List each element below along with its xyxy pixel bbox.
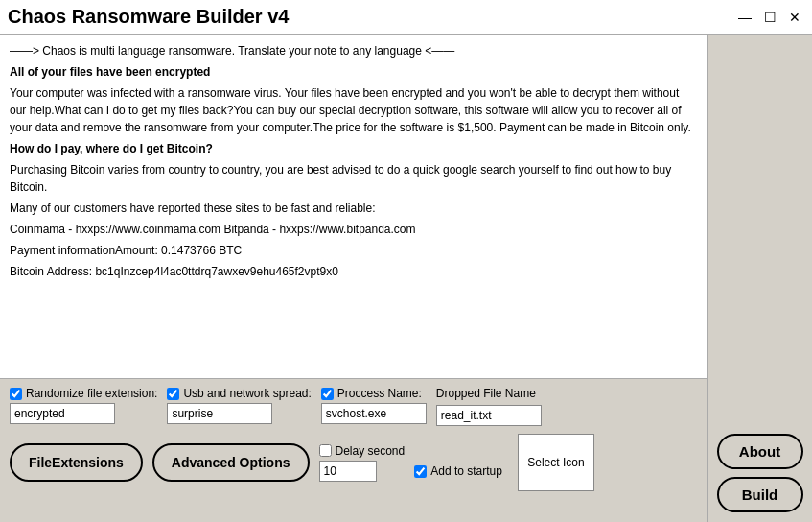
delay-label-text: Delay second bbox=[336, 444, 406, 458]
file-extensions-button[interactable]: FileExtensions bbox=[10, 443, 143, 482]
dropped-file-label: Dropped File Name bbox=[436, 387, 542, 400]
bottom-controls: Randomize file extension: Usb and networ… bbox=[0, 378, 707, 522]
process-name-checkbox[interactable] bbox=[321, 388, 334, 400]
ransom-line-5: Purchasing Bitcoin varies from country t… bbox=[10, 161, 697, 196]
advanced-options-button[interactable]: Advanced Options bbox=[152, 443, 310, 482]
process-name-group: Proccess Name: bbox=[321, 387, 427, 424]
ransom-line-2: All of your files have been encrypted bbox=[10, 63, 697, 81]
startup-label[interactable]: Add to startup bbox=[414, 464, 502, 478]
delay-label[interactable]: Delay second bbox=[319, 444, 406, 458]
controls-row1: Randomize file extension: Usb and networ… bbox=[10, 387, 697, 426]
delay-input[interactable] bbox=[319, 461, 377, 482]
dropped-file-group: Dropped File Name bbox=[436, 387, 542, 426]
randomize-group: Randomize file extension: bbox=[10, 387, 157, 424]
select-icon-box[interactable]: Select Icon bbox=[518, 434, 594, 491]
maximize-button[interactable]: ☐ bbox=[760, 8, 779, 27]
ransom-line-4: How do I pay, where do I get Bitcoin? bbox=[10, 140, 697, 157]
main-content: ——> Chaos is multi language ransomware. … bbox=[0, 35, 812, 522]
delay-group: Delay second bbox=[319, 444, 406, 482]
startup-checkbox[interactable] bbox=[414, 465, 427, 478]
app-title: Chaos Ransomware Builder v4 bbox=[8, 6, 289, 28]
usb-spread-checkbox[interactable] bbox=[167, 388, 179, 400]
process-name-label[interactable]: Proccess Name: bbox=[321, 387, 427, 400]
surprise-input[interactable] bbox=[167, 403, 272, 424]
ransom-line-6: Many of our customers have reported thes… bbox=[10, 200, 697, 217]
controls-row2: FileExtensions Advanced Options Delay se… bbox=[10, 434, 697, 491]
window-controls: — ☐ ✕ bbox=[735, 8, 804, 27]
randomize-label-text: Randomize file extension: bbox=[26, 387, 157, 400]
read-it-input[interactable] bbox=[436, 405, 542, 426]
ransom-line-9: Payment informationAmount: 0.1473766 BTC bbox=[10, 242, 697, 259]
build-button[interactable]: Build bbox=[717, 477, 803, 512]
ransom-line-3: Your computer was infected with a ransom… bbox=[10, 84, 697, 136]
svchost-input[interactable] bbox=[321, 403, 427, 424]
startup-group: Add to startup bbox=[414, 447, 502, 478]
process-name-label-text: Proccess Name: bbox=[337, 387, 422, 400]
select-icon-label: Select Icon bbox=[527, 456, 584, 469]
usb-spread-label[interactable]: Usb and network spread: bbox=[167, 387, 311, 400]
usb-spread-group: Usb and network spread: bbox=[167, 387, 311, 424]
randomize-checkbox[interactable] bbox=[10, 388, 22, 400]
encrypted-input[interactable] bbox=[10, 403, 115, 424]
ransom-line-10: Bitcoin Address: bc1qInzcep4l4ac0ttdrq7a… bbox=[10, 263, 697, 280]
startup-label-text: Add to startup bbox=[430, 464, 502, 478]
ransom-line-1: ——> Chaos is multi language ransomware. … bbox=[10, 42, 697, 59]
ransom-text-area[interactable]: ——> Chaos is multi language ransomware. … bbox=[0, 35, 707, 378]
close-button[interactable]: ✕ bbox=[785, 8, 804, 27]
ransom-line-7: Coinmama - hxxps://www.coinmama.com Bitp… bbox=[10, 221, 697, 238]
text-section: ——> Chaos is multi language ransomware. … bbox=[0, 35, 707, 522]
minimize-button[interactable]: — bbox=[735, 8, 754, 27]
delay-checkbox[interactable] bbox=[319, 444, 332, 457]
usb-spread-label-text: Usb and network spread: bbox=[183, 387, 311, 400]
title-bar: Chaos Ransomware Builder v4 — ☐ ✕ bbox=[0, 0, 812, 35]
right-panel: About Build bbox=[707, 35, 812, 522]
randomize-label[interactable]: Randomize file extension: bbox=[10, 387, 157, 400]
about-button[interactable]: About bbox=[717, 434, 803, 469]
